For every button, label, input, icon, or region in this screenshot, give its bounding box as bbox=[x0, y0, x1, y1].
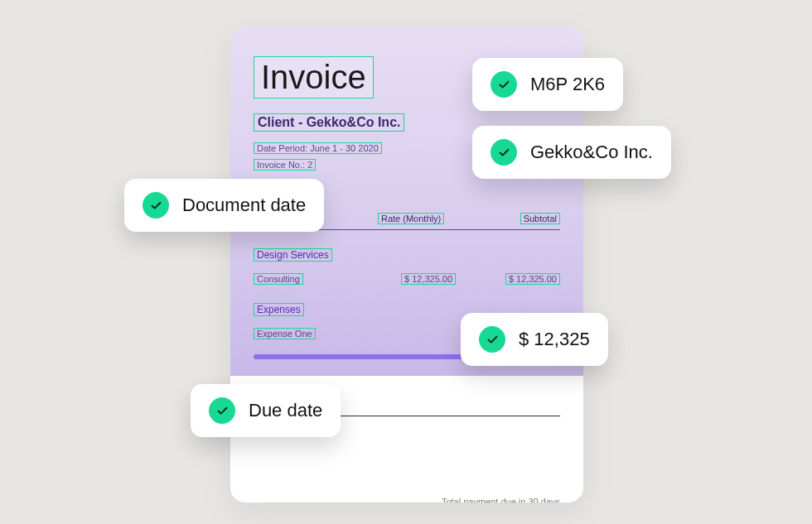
line-item-consulting: Consulting $ 12,325.00 $ 12,325.00 bbox=[254, 273, 560, 285]
client-line: Client - Gekko&Co Inc. bbox=[254, 113, 404, 132]
line-item-rate: $ 12,325.00 bbox=[401, 273, 456, 285]
line-item-name: Consulting bbox=[254, 273, 303, 285]
date-period: Date Period: June 1 - 30 2020 bbox=[254, 142, 382, 154]
line-item-name: Expense One bbox=[254, 328, 316, 339]
chip-postal-code: M6P 2K6 bbox=[472, 58, 623, 111]
chip-amount: $ 12,325 bbox=[461, 313, 608, 366]
chip-label: Document date bbox=[182, 195, 306, 216]
invoice-title: Invoice bbox=[254, 56, 374, 99]
chip-due-date: Due date bbox=[191, 384, 341, 437]
section-design-services: Design Services bbox=[254, 248, 332, 262]
line-item-subtotal: $ 12,325.00 bbox=[505, 273, 560, 285]
chip-company: Gekko&Co Inc. bbox=[472, 126, 671, 179]
payment-note: Total payment due in 30 days bbox=[254, 497, 560, 502]
section-expenses: Expenses bbox=[254, 303, 304, 316]
chip-label: M6P 2K6 bbox=[530, 74, 605, 95]
check-icon bbox=[209, 397, 235, 424]
check-icon bbox=[491, 71, 517, 98]
invoice-number: Invoice No.: 2 bbox=[254, 159, 316, 171]
check-icon bbox=[479, 326, 505, 353]
chip-label: $ 12,325 bbox=[519, 329, 590, 350]
chip-label: Due date bbox=[249, 400, 322, 421]
column-rate: Rate (Monthly) bbox=[378, 213, 444, 224]
chip-document-date: Document date bbox=[124, 179, 324, 232]
check-icon bbox=[143, 192, 169, 219]
check-icon bbox=[491, 139, 517, 166]
column-subtotal: Subtotal bbox=[520, 213, 560, 224]
chip-label: Gekko&Co Inc. bbox=[530, 142, 653, 163]
